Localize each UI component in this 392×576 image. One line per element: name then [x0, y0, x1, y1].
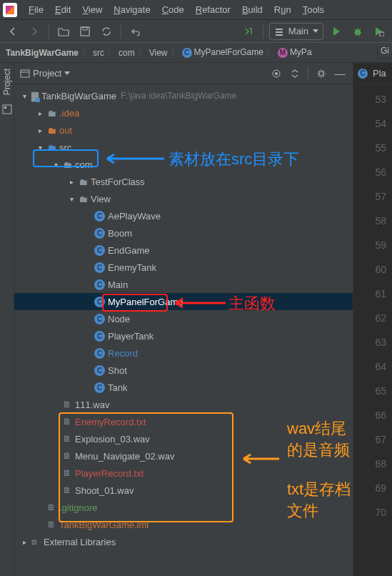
nav-forward-button[interactable]: [26, 23, 43, 40]
gear-icon[interactable]: [314, 66, 328, 81]
tree-node[interactable]: ▾🖿src: [14, 139, 353, 156]
tree-node[interactable]: ▸CShot: [14, 362, 353, 379]
menu-file[interactable]: File: [23, 1, 49, 18]
breadcrumb-item[interactable]: com: [119, 48, 135, 58]
coverage-button[interactable]: [371, 23, 388, 40]
tree-node[interactable]: ▸CEnemyTank: [14, 259, 353, 276]
menu-code[interactable]: Code: [156, 1, 190, 18]
tree-node[interactable]: ▸CNode: [14, 310, 353, 327]
tree-node[interactable]: ▸CBoom: [14, 224, 353, 242]
chevron-right-icon[interactable]: ▸: [67, 178, 76, 186]
hide-panel-icon[interactable]: —: [333, 66, 347, 81]
nav-back-button[interactable]: [4, 23, 21, 40]
tree-node[interactable]: ▸🗎EnemyRecord.txt: [14, 413, 353, 430]
menu-view[interactable]: View: [76, 1, 108, 18]
editor-gutter: C Pla 5354555657585960616263646566676869…: [353, 63, 392, 576]
run-button[interactable]: [328, 23, 345, 40]
tree-node[interactable]: ▸⧈External Libraries: [14, 533, 353, 550]
chevron-down-icon: [64, 71, 70, 75]
tree-node[interactable]: ▸🗎Menu_Navigate_02.wav: [14, 447, 353, 465]
svg-rect-8: [4, 106, 6, 109]
breadcrumb-item[interactable]: MMyPa: [278, 47, 312, 58]
chevron-down-icon[interactable]: ▾: [67, 195, 76, 203]
file-icon: 🗎: [63, 451, 72, 461]
tree-node[interactable]: ▸🗎PlayerRecord.txt: [14, 465, 353, 482]
breadcrumb-item[interactable]: src: [93, 48, 104, 58]
tree-node[interactable]: ▸CMain: [14, 276, 353, 293]
tree-node[interactable]: ▸CMyPanelForGame: [14, 293, 353, 310]
run-config-selector[interactable]: Main: [269, 23, 323, 40]
debug-button[interactable]: [349, 23, 366, 40]
class-icon: C: [94, 331, 105, 342]
breadcrumb-item[interactable]: TankBigWarGame: [6, 48, 79, 58]
line-numbers: 535455565758596061626364656667686970: [353, 84, 392, 576]
run-config-name: Main: [288, 26, 308, 36]
chevron-down-icon: [313, 29, 318, 33]
tree-node-label: Menu_Navigate_02.wav: [75, 451, 174, 462]
tree-node[interactable]: ▸🗎Shoot_01.wav: [14, 482, 353, 499]
chevron-down-icon[interactable]: ▾: [51, 161, 60, 169]
class-icon: C: [94, 297, 105, 307]
expand-all-icon[interactable]: [288, 66, 302, 81]
tree-node[interactable]: ▸CAePlayWave: [14, 207, 353, 224]
tree-node[interactable]: ▸CEndGame: [14, 242, 353, 259]
breadcrumb-item[interactable]: View: [149, 48, 168, 58]
chevron-down-icon[interactable]: ▾: [20, 92, 29, 100]
git-tool-tab[interactable]: Gi: [377, 43, 392, 59]
tree-node[interactable]: ▸🖿out: [14, 121, 353, 139]
project-tool-tab[interactable]: Project: [2, 69, 12, 95]
class-icon: C: [94, 262, 105, 273]
tree-node[interactable]: ▸CTank: [14, 379, 353, 396]
folder-icon: 🖿: [79, 177, 88, 187]
svg-point-13: [319, 71, 323, 76]
class-icon: C: [94, 279, 105, 290]
editor-tab[interactable]: C Pla: [353, 63, 392, 84]
project-tree[interactable]: ▾▇TankBigWarGameF:\java idea\TankBigWarG…: [14, 84, 353, 576]
menu-refactor[interactable]: Refactor: [190, 1, 236, 18]
chevron-right-icon[interactable]: ▸: [36, 109, 44, 117]
tree-node-label: Boom: [108, 228, 132, 239]
chevron-right-icon[interactable]: ▸: [36, 126, 44, 134]
open-file-button[interactable]: [55, 23, 72, 40]
tree-node[interactable]: ▾🖿com: [14, 156, 353, 173]
undo-button[interactable]: [127, 23, 144, 40]
save-button[interactable]: [76, 23, 94, 40]
tree-node-label: Explosion_03.wav: [75, 434, 150, 445]
menu-build[interactable]: Build: [236, 1, 268, 18]
svg-rect-6: [380, 32, 384, 36]
module-icon: ▇: [31, 91, 39, 101]
tree-node-label: EndGame: [108, 245, 150, 256]
tree-node[interactable]: ▸🖿.idea: [14, 104, 353, 121]
tree-node[interactable]: ▾🖿View: [14, 190, 353, 207]
project-view-selector[interactable]: Project: [20, 68, 265, 79]
tree-node-label: Shoot_01.wav: [75, 485, 134, 496]
tree-node-label: AePlayWave: [108, 211, 161, 222]
tree-node[interactable]: ▸🖿TestForClass: [14, 173, 353, 190]
menu-edit[interactable]: Edit: [49, 1, 76, 18]
build-button[interactable]: [240, 23, 257, 40]
chevron-right-icon[interactable]: ▸: [20, 538, 29, 546]
source-folder-icon: 🖿: [47, 142, 56, 153]
tree-node[interactable]: ▾▇TankBigWarGameF:\java idea\TankBigWarG…: [14, 87, 353, 104]
menu-run[interactable]: Run: [268, 1, 297, 18]
menu-bar: File Edit View Navigate Code Refactor Bu…: [0, 0, 392, 20]
sync-button[interactable]: [98, 23, 115, 40]
tree-node-label: .gitignore: [59, 502, 97, 513]
tree-node[interactable]: ▸CPlayerTank: [14, 327, 353, 344]
tree-node-label: View: [91, 194, 111, 204]
tree-node[interactable]: ▸🗎TankBigWarGame.iml: [14, 516, 353, 533]
folder-icon: 🖿: [79, 194, 88, 204]
tree-node[interactable]: ▸CRecord: [14, 344, 353, 362]
structure-icon[interactable]: [1, 104, 13, 115]
menu-tools[interactable]: Tools: [297, 1, 330, 18]
menu-navigate[interactable]: Navigate: [108, 1, 156, 18]
select-opened-icon[interactable]: [269, 66, 283, 81]
tree-node-label: Main: [108, 279, 128, 290]
tree-node[interactable]: ▸🗎.gitignore: [14, 499, 353, 516]
chevron-down-icon[interactable]: ▾: [36, 144, 44, 152]
tree-node[interactable]: ▸🗎Explosion_03.wav: [14, 430, 353, 447]
tree-node[interactable]: ▸🗎111.wav: [14, 396, 353, 413]
svg-rect-4: [276, 34, 283, 36]
breadcrumb-item[interactable]: CMyPanelForGame: [182, 47, 263, 58]
tree-node-label: 111.wav: [75, 399, 109, 410]
